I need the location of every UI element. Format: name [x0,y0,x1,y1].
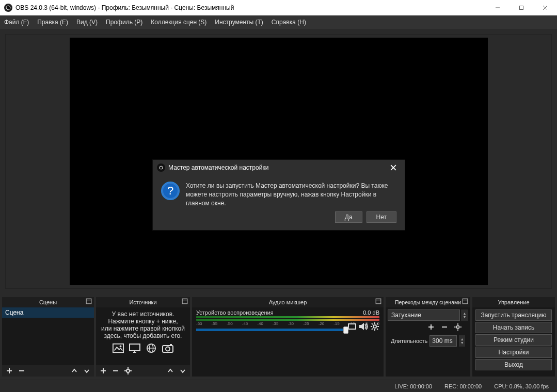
svg-line-43 [377,323,378,324]
move-scene-down-button[interactable] [82,366,92,376]
sources-dock: Источники У вас нет источников. Нажмите … [96,297,190,377]
transitions-dock: Переходы между сценами Затухание ▲▼ Длит… [386,297,470,377]
popout-icon[interactable] [462,298,468,304]
gear-icon[interactable] [370,322,379,331]
volume-slider[interactable] [196,329,348,331]
minimize-button[interactable] [486,0,510,15]
svg-point-50 [456,325,459,328]
dialog-body-text: Хотите ли вы запустить Мастер автоматиче… [186,182,396,207]
dialog-header[interactable]: Мастер автоматической настройки [153,160,405,175]
svg-line-44 [372,329,373,330]
status-live: LIVE: 00:00:00 [394,383,432,389]
studio-mode-button[interactable]: Режим студии [475,334,552,346]
start-streaming-button[interactable]: Запустить трансляцию [475,309,552,321]
audio-mixer-header[interactable]: Аудио микшер [192,297,384,307]
popout-icon[interactable] [182,298,188,304]
close-button[interactable] [533,0,557,15]
remove-scene-button[interactable] [17,366,27,376]
controls-header[interactable]: Управление [472,297,555,307]
move-source-up-button[interactable] [165,366,176,376]
controls-title: Управление [498,299,529,305]
transitions-header[interactable]: Переходы между сценами [386,297,470,307]
audio-mixer-dock: Аудио микшер Устройство воспроизведения … [192,297,384,377]
svg-rect-31 [376,299,381,304]
audio-mixer-title: Аудио микшер [269,299,307,305]
no-button[interactable]: Нет [367,211,396,223]
menubar: Файл (F) Правка (E) Вид (V) Профиль (P) … [0,15,557,29]
svg-rect-5 [86,299,91,304]
svg-rect-22 [170,344,172,346]
remove-source-button[interactable] [110,366,121,376]
scenes-toolbar [2,365,94,377]
statusbar: LIVE: 00:00:00 REC: 00:00:00 CPU: 0.8%, … [0,380,557,392]
audio-meter [196,316,379,318]
volume-slider-thumb[interactable] [343,326,348,334]
add-source-button[interactable] [98,366,108,376]
move-source-down-button[interactable] [178,366,188,376]
svg-rect-45 [463,299,468,304]
svg-line-41 [372,323,373,324]
transition-settings-button[interactable] [453,322,463,332]
window-capture-icon[interactable] [347,322,357,331]
menu-file[interactable]: Файл (F) [4,19,29,26]
popout-icon[interactable] [375,298,381,304]
app-logo-icon [157,164,165,172]
mixer-device-label: Устройство воспроизведения [196,309,274,316]
transitions-title: Переходы между сценами [395,299,461,305]
remove-transition-button[interactable] [439,322,450,332]
menu-scene-collection[interactable]: Коллекция сцен (S) [151,19,206,26]
svg-rect-34 [349,324,355,329]
mixer-db-value: 0.0 dB [363,309,379,316]
settings-button[interactable]: Настройки [475,347,552,358]
controls-dock: Управление Запустить трансляцию Начать з… [472,297,555,377]
menu-help[interactable]: Справка (H) [272,19,306,26]
menu-view[interactable]: Вид (V) [76,19,98,26]
menu-profile[interactable]: Профиль (P) [106,19,142,26]
scenes-title: Сцены [39,299,57,305]
status-cpu: CPU: 0.8%, 30.00 fps [494,383,549,389]
svg-line-42 [377,329,378,330]
transition-duration-label: Длительность [391,338,427,344]
transition-selected-label: Затухание [391,312,421,319]
docks-row: Сцены Сцена Источники У вас нет источник… [0,297,557,377]
window-title: OBS 24.0.3 (64-bit, windows) - Профиль: … [15,4,486,11]
sources-empty-text: У вас нет источников. Нажмите кнопку + н… [96,307,190,341]
window-controls [486,0,557,15]
start-recording-button[interactable]: Начать запись [475,322,552,333]
transition-duration-input[interactable]: 300 ms [429,335,457,347]
scene-item[interactable]: Сцена [2,307,94,318]
dialog-close-button[interactable] [386,162,401,173]
display-source-icon [128,342,142,354]
menu-edit[interactable]: Правка (E) [37,19,68,26]
maximize-button[interactable] [510,0,533,15]
menu-tools[interactable]: Инструменты (T) [215,19,263,26]
svg-point-36 [373,325,376,328]
svg-rect-2 [520,6,523,9]
sources-title: Источники [129,299,156,305]
status-rec: REC: 00:00:00 [444,383,482,389]
auto-config-dialog: Мастер автоматической настройки ? Хотите… [152,159,405,231]
svg-point-13 [120,346,122,348]
transition-select-arrows[interactable]: ▲▼ [461,309,468,321]
camera-source-icon [161,342,175,354]
scene-list[interactable]: Сцена [2,307,94,365]
exit-button[interactable]: Выход [475,359,552,370]
svg-rect-14 [130,344,140,351]
source-properties-button[interactable] [123,366,133,376]
yes-button[interactable]: Да [335,211,362,223]
audio-meter [196,319,379,321]
svg-marker-35 [359,323,364,330]
dialog-title: Мастер автоматической настройки [168,164,386,171]
transition-select[interactable]: Затухание [388,309,460,321]
move-scene-up-button[interactable] [69,366,79,376]
mixer-channel: Устройство воспроизведения 0.0 dB -60-55… [192,307,384,333]
speaker-icon[interactable] [359,322,368,331]
duration-stepper[interactable]: ▲▼ [459,335,465,347]
svg-point-21 [166,347,170,351]
popout-icon[interactable] [86,298,92,304]
add-scene-button[interactable] [4,366,14,376]
add-transition-button[interactable] [426,322,436,332]
scenes-header[interactable]: Сцены [2,297,94,307]
sources-list[interactable]: У вас нет источников. Нажмите кнопку + н… [96,307,190,365]
sources-header[interactable]: Источники [96,297,190,307]
